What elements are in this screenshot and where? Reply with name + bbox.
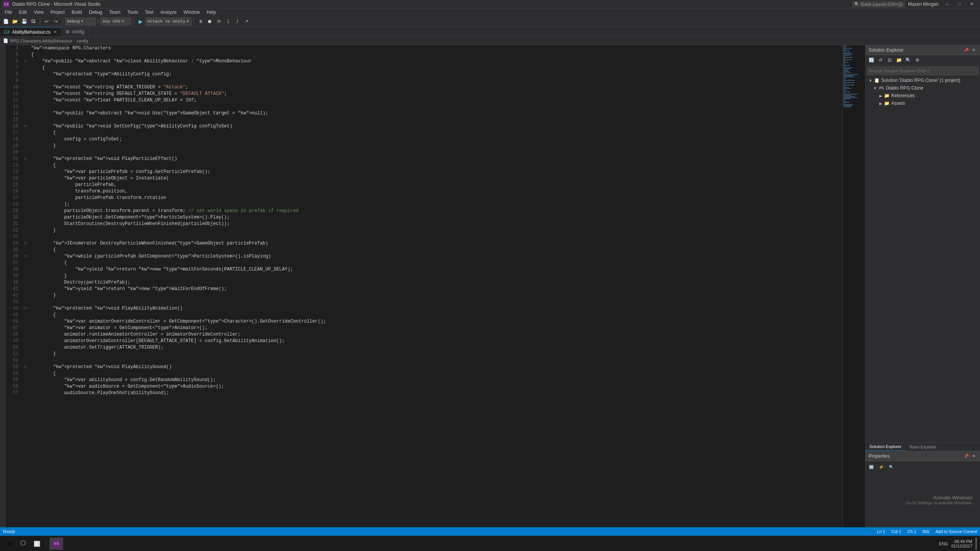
minimap-line bbox=[843, 91, 850, 92]
se-refresh-btn[interactable]: ↺ bbox=[876, 56, 885, 64]
start-button[interactable]: ▶ bbox=[136, 17, 145, 26]
minimize-button[interactable]: ─ bbox=[942, 1, 952, 8]
code-line: animator.runtimeAnimatorController = ani… bbox=[24, 331, 842, 338]
se-tab-team-explorer[interactable]: Team Explorer bbox=[905, 443, 940, 451]
se-collapse-btn[interactable]: ⊟ bbox=[885, 56, 894, 64]
line-number: 19 bbox=[5, 143, 18, 149]
minimap-line bbox=[843, 80, 855, 81]
props-close-button[interactable]: ✕ bbox=[971, 453, 977, 459]
line-number: 33 bbox=[5, 234, 18, 240]
tree-references[interactable]: ▶ 📁 References bbox=[866, 92, 980, 99]
line-number: 56 bbox=[5, 383, 18, 390]
sep2 bbox=[62, 18, 63, 25]
platform-dropdown[interactable]: Any CPU ▼ bbox=[101, 18, 131, 25]
toolbar-new[interactable]: 📄 bbox=[2, 17, 10, 26]
toolbar: 📄 📂 💾 🖫 ↩ ↪ Debug ▼ Any CPU ▼ ▶ Attach t… bbox=[0, 16, 980, 27]
menu-analyze[interactable]: Analyze bbox=[157, 8, 180, 16]
code-line: "kw">public "kw">abstract "kw">void Use(… bbox=[24, 110, 842, 117]
code-container[interactable]: 4567891011121314151617181920212223242526… bbox=[5, 45, 865, 527]
menu-edit[interactable]: Edit bbox=[16, 8, 30, 16]
line-number: 51 bbox=[5, 351, 18, 357]
menu-debug[interactable]: Debug bbox=[86, 8, 105, 16]
vs-taskbar-button[interactable]: VS bbox=[49, 538, 63, 550]
close-button[interactable]: ✕ bbox=[966, 1, 977, 8]
toolbar-b4[interactable]: ⤵ bbox=[224, 17, 232, 26]
show-desktop-button[interactable] bbox=[975, 538, 977, 550]
minimap-line bbox=[843, 77, 854, 77]
start-menu-button[interactable]: ⊞ bbox=[3, 538, 15, 550]
fold-icon[interactable]: ⊟ bbox=[24, 240, 28, 247]
se-pin-button[interactable]: 📌 bbox=[963, 47, 969, 53]
debug-mode-dropdown[interactable]: Debug ▼ bbox=[65, 18, 96, 25]
toolbar-b3[interactable]: ⟳ bbox=[215, 17, 223, 26]
tree-assets[interactable]: ▶ 📁 Assets bbox=[866, 99, 980, 107]
line-number: 6 bbox=[5, 58, 18, 65]
toolbar-saveall[interactable]: 🖫 bbox=[29, 17, 38, 26]
se-settings-btn[interactable]: ⚙ bbox=[913, 56, 921, 64]
tree-label-project: Diablo RPG Clone bbox=[886, 85, 923, 91]
path-member[interactable]: config bbox=[77, 39, 88, 43]
props-btn3[interactable]: 🔍 bbox=[887, 463, 895, 471]
line-number: 39 bbox=[5, 273, 18, 279]
toolbar-b1[interactable]: ⏸ bbox=[196, 17, 205, 26]
attach-to-dropdown[interactable]: Attach to Unity ▼ bbox=[145, 18, 191, 25]
code-content[interactable]: "kw">namespace RPG.Characters {⊟ "kw">pu… bbox=[21, 45, 842, 527]
menu-team[interactable]: Team bbox=[106, 8, 123, 16]
fold-icon[interactable]: ⊟ bbox=[24, 253, 28, 260]
toolbar-b2[interactable]: ⏹ bbox=[206, 17, 214, 26]
menu-test[interactable]: Test bbox=[142, 8, 157, 16]
toolbar-save[interactable]: 💾 bbox=[20, 17, 28, 26]
line-number: 27 bbox=[5, 195, 18, 201]
cortana-button[interactable] bbox=[17, 538, 29, 550]
code-line: "kw">var audioSource = GetComponent<"typ… bbox=[24, 383, 842, 390]
line-number: 13 bbox=[5, 104, 18, 110]
maximize-button[interactable]: □ bbox=[954, 1, 965, 8]
menu-file[interactable]: File bbox=[2, 8, 15, 16]
menu-window[interactable]: Window bbox=[180, 8, 203, 16]
tab-abilitybehaviour[interactable]: C# AbilityBehaviour.cs ✕ bbox=[0, 27, 62, 36]
se-sync-btn[interactable]: 🔄 bbox=[867, 56, 875, 64]
menu-tools[interactable]: Tools bbox=[124, 8, 141, 16]
menu-build[interactable]: Build bbox=[69, 8, 85, 16]
activate-title: Activate Windows bbox=[906, 495, 972, 500]
fold-icon[interactable]: ⊟ bbox=[24, 156, 28, 162]
tree-project[interactable]: ▼ 🎮 Diablo RPG Clone bbox=[866, 84, 980, 92]
fold-icon[interactable]: ⊟ bbox=[24, 364, 28, 370]
quick-launch-label[interactable]: Quick Launch (Ctrl+Q) bbox=[861, 2, 903, 7]
user-name: Mazen Morgan bbox=[908, 2, 939, 7]
minimap-line bbox=[843, 106, 851, 107]
tab-bar: C# AbilityBehaviour.cs ✕ ⚙ config bbox=[0, 27, 980, 37]
menu-help[interactable]: Help bbox=[204, 8, 219, 16]
se-show-all-btn[interactable]: 📁 bbox=[895, 56, 903, 64]
menu-project[interactable]: Project bbox=[47, 8, 68, 16]
toolbar-undo[interactable]: ↩ bbox=[42, 17, 51, 26]
line-number: 12 bbox=[5, 97, 18, 104]
toolbar-open[interactable]: 📂 bbox=[11, 17, 19, 26]
se-close-button[interactable]: ✕ bbox=[971, 47, 977, 53]
props-pin-button[interactable]: 📌 bbox=[963, 453, 969, 459]
menu-view[interactable]: View bbox=[31, 8, 47, 16]
se-toolbar: 🔄 ↺ ⊟ 📁 🔍 ⚙ bbox=[866, 55, 980, 65]
se-filter-btn[interactable]: 🔍 bbox=[904, 56, 912, 64]
solution-search-input[interactable] bbox=[867, 67, 978, 75]
se-tab-solution-explorer[interactable]: Solution Explorer bbox=[866, 443, 905, 451]
toolbar-redo[interactable]: ↪ bbox=[52, 17, 60, 26]
tab-config[interactable]: ⚙ config bbox=[62, 27, 88, 36]
minimap-line bbox=[843, 51, 845, 52]
fold-icon[interactable]: ⊟ bbox=[24, 305, 28, 312]
task-view-button[interactable]: ⬜ bbox=[31, 538, 43, 550]
tab-close-ability[interactable]: ✕ bbox=[53, 29, 57, 34]
fold-icon[interactable]: ⊟ bbox=[24, 58, 28, 65]
props-btn1[interactable]: 🔤 bbox=[867, 463, 875, 471]
props-btn2[interactable]: ⚡ bbox=[877, 463, 885, 471]
minimap-line bbox=[843, 72, 851, 73]
toolbar-b5[interactable]: ⤴ bbox=[233, 17, 242, 26]
status-add-source[interactable]: Add to Source Control bbox=[936, 529, 977, 534]
code-line: ⊟ "kw">while (particlePrefab.GetComponen… bbox=[24, 253, 842, 260]
activate-windows-overlay: Activate Windows Go to Settings to activ… bbox=[906, 495, 972, 505]
toolbar-b6[interactable]: ↗ bbox=[242, 17, 251, 26]
tree-solution[interactable]: ▼ 📋 Solution 'Diablo RPG Clone' (1 proje… bbox=[866, 77, 980, 84]
path-namespace[interactable]: RPG.Characters.AbilityBehaviour bbox=[10, 39, 72, 43]
line-numbers: 4567891011121314151617181920212223242526… bbox=[5, 45, 21, 527]
fold-icon[interactable]: ⊟ bbox=[24, 123, 28, 130]
